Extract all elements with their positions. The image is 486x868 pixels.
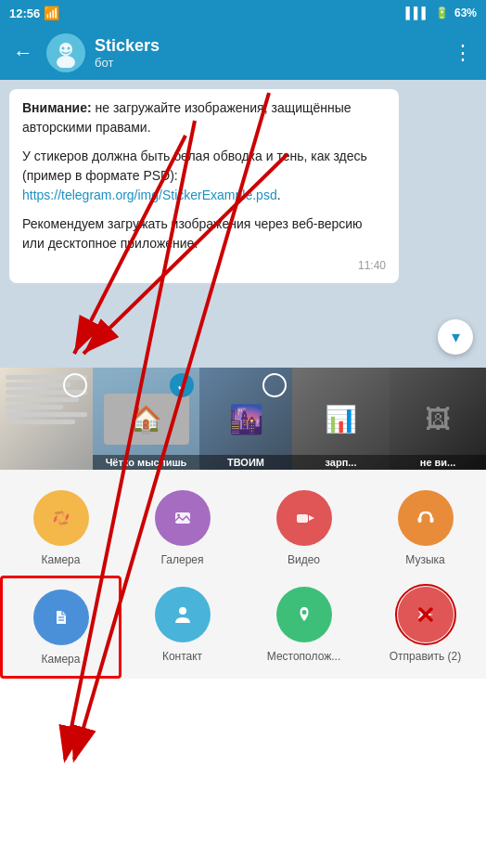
svg-point-24 bbox=[301, 610, 306, 615]
gallery-icon-circle bbox=[155, 490, 211, 546]
action-send[interactable]: Отправить (2) bbox=[364, 576, 486, 678]
telegram-link[interactable]: https://telegram.org/img/StickerExample.… bbox=[22, 188, 277, 202]
location-label: Местополож... bbox=[267, 650, 340, 663]
contact-icon-circle bbox=[155, 587, 211, 642]
gallery-label: Галерея bbox=[160, 553, 203, 566]
svg-rect-17 bbox=[429, 517, 433, 523]
photo-item[interactable]: 📊 зарп... bbox=[292, 368, 390, 470]
time-label: 12:56 bbox=[9, 6, 40, 20]
action-gallery[interactable]: Галерея bbox=[122, 479, 243, 576]
action-files[interactable]: Камера bbox=[0, 576, 122, 678]
svg-point-22 bbox=[179, 607, 186, 615]
photo-unselected-badge-3 bbox=[262, 373, 287, 397]
battery-label: 63% bbox=[454, 6, 477, 19]
photo-item[interactable]: 🖼 не ви... bbox=[390, 368, 486, 470]
svg-point-1 bbox=[57, 56, 75, 68]
message-bubble: Внимание: не загружайте изображения, защ… bbox=[9, 89, 399, 283]
camera-icon-circle bbox=[33, 490, 89, 546]
header-info: Stickers бот bbox=[95, 36, 440, 71]
wifi-icon: 📶 bbox=[44, 6, 59, 20]
battery-icon: 🔋 bbox=[435, 6, 449, 19]
photo-label-2: Чётко мыслишь bbox=[93, 455, 199, 470]
music-icon-circle bbox=[398, 490, 454, 546]
signal-icon: ▌▌▌ bbox=[405, 6, 429, 19]
action-grid: Камера Галерея Видео bbox=[0, 470, 486, 679]
photo-item[interactable]: 🌆 ТВОИМ bbox=[199, 368, 292, 470]
chat-subtitle: бот bbox=[95, 56, 440, 70]
chevron-down-icon: ▾ bbox=[452, 327, 460, 347]
message-text: Внимание: не загружайте изображения, защ… bbox=[22, 98, 386, 137]
video-icon-circle bbox=[276, 490, 332, 546]
svg-point-2 bbox=[62, 47, 65, 50]
chat-title: Stickers bbox=[95, 36, 440, 57]
files-icon-circle bbox=[33, 589, 89, 645]
photo-unselected-badge bbox=[63, 373, 87, 397]
action-camera[interactable]: Камера bbox=[0, 479, 122, 576]
status-bar: 12:56 📶 ▌▌▌ 🔋 63% bbox=[0, 0, 486, 26]
action-contact[interactable]: Контакт bbox=[122, 576, 243, 678]
svg-point-11 bbox=[177, 514, 180, 517]
action-video[interactable]: Видео bbox=[243, 479, 364, 576]
contact-label: Контакт bbox=[162, 650, 202, 663]
photo-item[interactable] bbox=[0, 368, 93, 470]
files-label: Камера bbox=[42, 653, 81, 666]
message-bold: Внимание: bbox=[22, 100, 92, 115]
svg-point-8 bbox=[57, 513, 66, 523]
photo-selected-badge: ✓ bbox=[170, 373, 194, 397]
more-button[interactable]: ⋮ bbox=[449, 37, 477, 69]
photo-item-selected[interactable]: 🏠 Чётко мыслишь ✓ bbox=[93, 368, 199, 470]
avatar bbox=[46, 33, 85, 72]
chat-header: ← Stickers бот ⋮ bbox=[0, 26, 486, 80]
camera-label: Камера bbox=[42, 553, 81, 566]
svg-rect-13 bbox=[297, 514, 308, 523]
svg-point-15 bbox=[413, 505, 439, 531]
video-label: Видео bbox=[288, 553, 320, 566]
svg-point-3 bbox=[68, 47, 70, 50]
message-time: 11:40 bbox=[22, 257, 386, 274]
photo-strip[interactable]: 🏠 Чётко мыслишь ✓ 🌆 ТВОИМ 📊 зарп... 🖼 не… bbox=[0, 368, 486, 470]
action-music[interactable]: Музыка bbox=[364, 479, 486, 576]
svg-rect-16 bbox=[417, 517, 421, 523]
music-label: Музыка bbox=[405, 553, 444, 566]
chat-area: Внимание: не загружайте изображения, защ… bbox=[0, 80, 486, 368]
photo-label-4: зарп... bbox=[292, 455, 390, 470]
status-time: 12:56 📶 bbox=[9, 6, 59, 20]
scroll-down-button[interactable]: ▾ bbox=[438, 319, 473, 355]
send-label: Отправить (2) bbox=[390, 650, 462, 663]
location-icon-circle bbox=[276, 587, 332, 642]
send-icon-circle bbox=[398, 587, 454, 642]
back-button[interactable]: ← bbox=[9, 37, 37, 69]
status-indicators: ▌▌▌ 🔋 63% bbox=[405, 6, 477, 19]
photo-label-5: не ви... bbox=[390, 455, 486, 470]
action-location[interactable]: Местополож... bbox=[243, 576, 364, 678]
photo-label-3: ТВОИМ bbox=[199, 455, 292, 470]
